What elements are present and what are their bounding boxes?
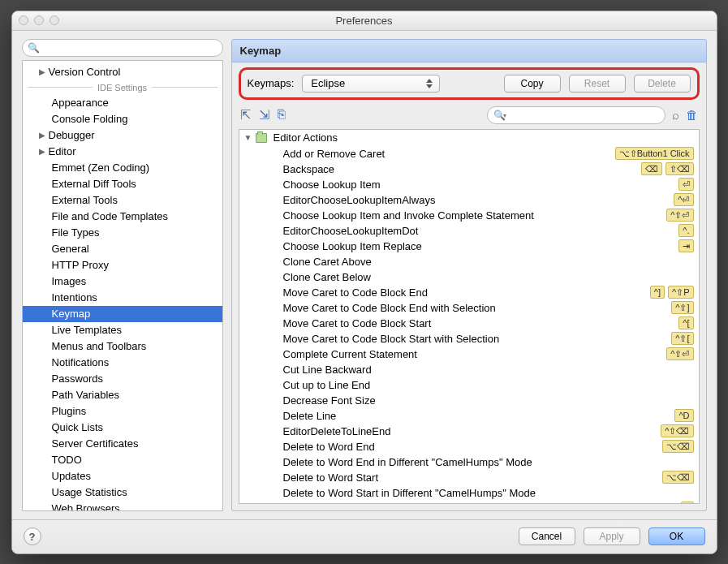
action-row[interactable]: Choose Lookup Item and Invoke Complete S… <box>239 208 699 223</box>
sidebar-item-label: Live Templates <box>52 324 122 336</box>
collapse-all-icon[interactable]: ⇲ <box>259 107 269 123</box>
window-controls <box>19 15 59 25</box>
sidebar-item[interactable]: Emmet (Zen Coding) <box>23 160 222 176</box>
action-row[interactable]: EditorChooseLookupItemAlways^⏎ <box>239 192 699 208</box>
delete-button[interactable]: Delete <box>634 75 691 93</box>
right-pane: Keymap Keymaps: Eclipse Copy Reset Delet… <box>231 39 707 511</box>
sidebar-item[interactable]: Quick Lists <box>23 420 222 436</box>
sidebar-item[interactable]: Plugins <box>23 403 222 420</box>
sidebar-item[interactable]: Live Templates <box>23 322 222 338</box>
shortcut-badge: ⇥ <box>678 239 694 252</box>
chevron-right-icon: ▶ <box>39 67 49 76</box>
action-row[interactable]: Backspace⌫⇧⌫ <box>239 161 699 177</box>
action-row[interactable]: Move Caret to Code Block Start^[ <box>239 316 699 331</box>
action-row[interactable]: Complete Current Statement^⇧⏎ <box>239 347 699 362</box>
find-by-shortcut-icon[interactable]: ⌕ <box>672 108 679 122</box>
action-row[interactable]: Delete to Word End⌥⌫ <box>239 439 699 454</box>
sidebar-item[interactable]: Usage Statistics <box>23 484 222 501</box>
sidebar-item[interactable]: Intentions <box>23 290 222 306</box>
sidebar-item[interactable]: Server Certificates <box>23 436 222 452</box>
sidebar-item[interactable]: Path Variables <box>23 387 222 403</box>
action-row[interactable]: Choose Lookup Item Replace⇥ <box>239 239 699 254</box>
close-icon[interactable] <box>19 15 28 25</box>
sidebar-item[interactable]: ▶Debugger <box>23 127 222 144</box>
edit-shortcut-icon[interactable]: ⎘ <box>278 107 286 123</box>
shortcut-badge: ^⇧⏎ <box>666 347 693 360</box>
action-label: Backspace <box>283 163 638 175</box>
sidebar-search-input[interactable] <box>22 39 223 57</box>
sidebar-item[interactable]: Images <box>23 273 222 290</box>
action-label: Move Caret to Code Block Start <box>283 317 676 329</box>
sidebar-item[interactable]: HTTP Proxy <box>23 257 222 273</box>
sidebar-item-label: Emmet (Zen Coding) <box>52 161 150 174</box>
cancel-button[interactable]: Cancel <box>519 527 575 545</box>
action-row[interactable]: Move Caret to Code Block End^]^⇧P <box>239 285 699 300</box>
action-row[interactable]: Cut up to Line End <box>239 377 699 393</box>
sidebar-item[interactable]: Keymap <box>23 306 222 322</box>
sidebar-tree[interactable]: ▶Version ControlIDE SettingsAppearanceCo… <box>22 60 223 511</box>
sidebar-item[interactable]: Notifications <box>23 355 222 371</box>
expand-all-icon[interactable]: ⇱ <box>240 107 251 123</box>
action-row[interactable]: EditorChooseLookupItemDot^. <box>239 223 699 239</box>
sidebar-item[interactable]: ▶Editor <box>23 144 222 160</box>
action-row[interactable]: Decrease Font Size <box>239 393 699 408</box>
action-label: Clone Caret Below <box>283 271 694 283</box>
sidebar-item[interactable]: Updates <box>23 468 222 484</box>
action-row[interactable]: EditorDeleteToLineEnd^⇧⌫ <box>239 424 699 439</box>
sidebar-group[interactable]: ▶Version Control <box>23 64 222 80</box>
action-row[interactable]: Clone Caret Above <box>239 254 699 269</box>
minimize-icon[interactable] <box>34 15 44 25</box>
sidebar-item[interactable]: Console Folding <box>23 111 222 127</box>
sidebar-item[interactable]: File and Code Templates <box>23 209 222 225</box>
keymaps-select[interactable]: Eclipse <box>302 75 440 93</box>
action-row[interactable]: Add or Remove Caret⌥⇧Button1 Click <box>239 146 699 161</box>
action-row[interactable]: Move Caret to Code Block End with Select… <box>239 300 699 316</box>
action-row[interactable]: Delete to Word End in Different "CamelHu… <box>239 454 699 470</box>
shortcut-badge: ↓ <box>681 502 694 504</box>
sidebar-item-label: Web Browsers <box>52 502 120 511</box>
sidebar-item-label: Notifications <box>52 356 110 368</box>
copy-button[interactable]: Copy <box>504 75 561 93</box>
apply-button[interactable]: Apply <box>584 527 640 545</box>
shortcut-search-input[interactable] <box>487 106 666 124</box>
sidebar-item-label: Intentions <box>52 291 97 304</box>
ok-button[interactable]: OK <box>648 527 705 545</box>
shortcut-badge: ^⇧] <box>671 301 693 314</box>
zoom-icon[interactable] <box>50 15 59 25</box>
actions-tree[interactable]: ▼Editor ActionsAdd or Remove Caret⌥⇧Butt… <box>239 129 700 504</box>
sidebar-item[interactable]: General <box>23 241 222 257</box>
action-row[interactable]: Delete to Word Start⌥⌫ <box>239 470 699 485</box>
sidebar-item-label: External Tools <box>52 194 118 206</box>
sidebar-item[interactable]: Appearance <box>23 95 222 111</box>
help-button[interactable]: ? <box>24 527 41 545</box>
action-row[interactable]: Delete Line^D <box>239 408 699 424</box>
sidebar-item[interactable]: Web Browsers <box>23 501 222 511</box>
sidebar-item[interactable]: External Diff Tools <box>23 176 222 192</box>
sidebar-item[interactable]: File Types <box>23 225 222 241</box>
action-row[interactable]: Cut Line Backward <box>239 362 699 377</box>
action-label: Delete to Word Start in Different "Camel… <box>283 487 694 499</box>
action-label: Move Caret to Code Block End <box>283 286 647 299</box>
chevron-down-icon[interactable]: ▾ <box>503 112 506 119</box>
chevron-right-icon: ▶ <box>39 131 49 140</box>
sidebar-item-label: Plugins <box>52 405 87 417</box>
action-row[interactable]: Choose Lookup Item⏎ <box>239 177 699 192</box>
shortcut-badge: ^⏎ <box>674 193 693 206</box>
action-label: EditorChooseLookupItemAlways <box>283 194 671 206</box>
action-row[interactable]: Delete to Word Start in Different "Camel… <box>239 485 699 501</box>
action-row[interactable]: Down↓ <box>239 501 699 504</box>
shortcut-search: 🔍 ▾ <box>487 106 666 124</box>
action-row[interactable]: Move Caret to Code Block Start with Sele… <box>239 331 699 347</box>
shortcut-badge: ^⇧⏎ <box>666 209 693 222</box>
sidebar-item[interactable]: Menus and Toolbars <box>23 338 222 355</box>
action-row[interactable]: Clone Caret Below <box>239 269 699 285</box>
keymaps-selector-area: Keymaps: Eclipse Copy Reset Delete <box>239 67 700 100</box>
tree-tools: ⇱ ⇲ ⎘ <box>240 107 286 123</box>
sidebar-item[interactable]: TODO <box>23 452 222 468</box>
sidebar-item[interactable]: External Tools <box>23 192 222 209</box>
action-category[interactable]: ▼Editor Actions <box>239 130 699 146</box>
sidebar-item[interactable]: Passwords <box>23 371 222 387</box>
action-label: Clone Caret Above <box>283 256 694 268</box>
trash-icon[interactable]: 🗑 <box>686 108 698 122</box>
reset-button[interactable]: Reset <box>569 75 626 93</box>
